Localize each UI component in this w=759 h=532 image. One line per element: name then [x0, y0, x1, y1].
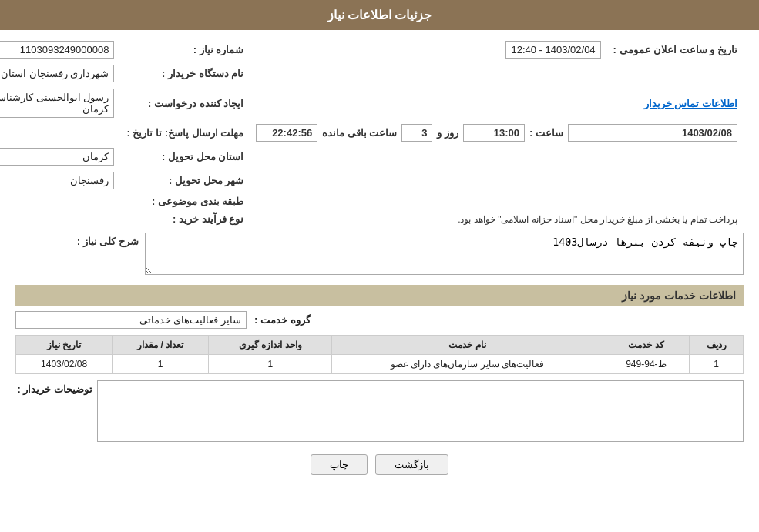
services-section-title: اطلاعات خدمات مورد نیاز — [15, 285, 744, 306]
table-row: 1ط-94-949فعالیت‌های سایر سازمان‌های دارا… — [16, 355, 744, 374]
countdown-value: 22:42:56 — [256, 124, 317, 142]
col-name: نام خدمت — [332, 336, 603, 355]
goroh-value: سایر فعالیت‌های خدماتی — [15, 311, 247, 329]
saat-value: 13:00 — [463, 124, 525, 142]
ostan-label: استان محل تحویل : — [120, 145, 250, 169]
shomare-niaz-label: شماره نیاز : — [120, 38, 250, 62]
shahr-label: شهر محل تحویل : — [120, 169, 250, 192]
ijad-konande-label: ایجاد کننده درخواست : — [120, 85, 250, 121]
shomare-niaz-value: 1103093249000008 — [0, 41, 114, 59]
col-tedad: تعداد / مقدار — [113, 336, 209, 355]
saat-label: ساعت : — [529, 127, 563, 139]
services-table: ردیف کد خدمت نام خدمت واحد اندازه گیری ت… — [15, 335, 744, 374]
page-title: جزئیات اطلاعات نیاز — [327, 8, 432, 22]
tozih-label: توضیحات خریدار : — [15, 380, 92, 395]
baqi-mande-label: ساعت باقی مانده — [322, 127, 397, 139]
farayand-text: پرداخت تمام یا بخشی از مبلغ خریدار محل "… — [458, 214, 737, 225]
tarikh-elan-value: 1403/02/04 - 12:40 — [505, 41, 600, 59]
col-tarikh: تاریخ نیاز — [16, 336, 113, 355]
rooz-value: 3 — [401, 124, 432, 142]
col-kod: کد خدمت — [603, 336, 690, 355]
noe-farayand-label: نوع فرآیند خرید : — [120, 210, 250, 228]
mohlat-label: مهلت ارسال پاسخ: تا تاریخ : — [120, 121, 250, 145]
goroh-label: گروه خدمت : — [254, 314, 311, 326]
sharh-kolli-textarea[interactable] — [145, 233, 744, 275]
ijad-konande-value: رسول ابوالحسنی کارشناس منابع انسانی شهرد… — [0, 89, 114, 118]
rooz-va-label: روز و — [437, 127, 458, 139]
mohlet-date-value: 1403/02/08 — [568, 124, 737, 142]
sharh-kolli-label: شرح کلی نیاز : — [15, 233, 139, 247]
tarikh-elan-label: تاریخ و ساعت اعلان عمومی : — [607, 38, 744, 62]
print-button[interactable]: چاپ — [311, 454, 368, 475]
shahr-value: رفسنجان — [0, 172, 114, 189]
col-vahed: واحد اندازه گیری — [209, 336, 332, 355]
tozih-box — [97, 380, 744, 442]
col-radif: ردیف — [690, 336, 744, 355]
nam-dastgah-value: شهرداری رفسنجان استان کرمان — [0, 65, 114, 82]
back-button[interactable]: بازگشت — [375, 454, 448, 475]
ostan-value: کرمان — [0, 148, 114, 166]
tabaqe-label: طبقه بندی موضوعی : — [120, 192, 250, 210]
page-header: جزئیات اطلاعات نیاز — [0, 0, 759, 30]
etelaat-tamas-link[interactable]: اطلاعات تماس خریدار — [644, 98, 737, 109]
nam-dastgah-label: نام دستگاه خریدار : — [120, 62, 250, 85]
